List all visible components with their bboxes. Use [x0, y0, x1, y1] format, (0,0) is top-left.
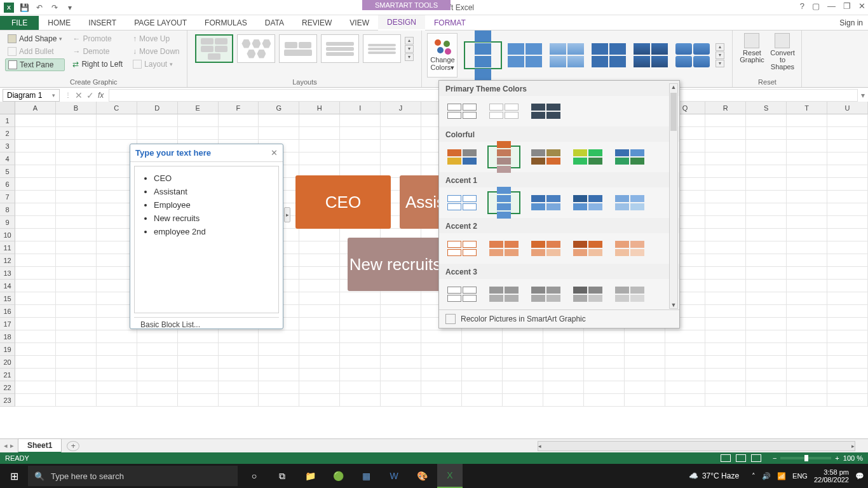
row-header-13[interactable]: 13	[0, 267, 15, 280]
text-pane-item-1[interactable]: Assistant	[154, 185, 271, 198]
row-header-21[interactable]: 21	[0, 369, 15, 381]
undo-icon[interactable]: ↶	[34, 3, 44, 13]
app-icon-1[interactable]: ▦	[353, 464, 379, 488]
select-all-corner[interactable]	[0, 102, 15, 114]
horizontal-scrollbar[interactable]: ◂▸	[538, 441, 855, 451]
tab-view[interactable]: VIEW	[341, 16, 378, 30]
move-down-button[interactable]: ↓Move Down	[130, 46, 182, 57]
weather-widget[interactable]: ☁️37°C Haze	[689, 471, 739, 480]
col-header-J[interactable]: J	[381, 102, 421, 114]
row-header-11[interactable]: 11	[0, 241, 15, 254]
col-header-D[interactable]: D	[137, 102, 178, 114]
row-header-15[interactable]: 15	[0, 292, 15, 305]
style-thumb-3[interactable]	[548, 41, 586, 69]
row-header-4[interactable]: 4	[0, 152, 15, 165]
cd-colorful-4[interactable]	[571, 146, 604, 168]
move-up-button[interactable]: ↑Move Up	[130, 33, 182, 44]
text-pane-button[interactable]: Text Pane	[5, 58, 65, 71]
ribbon-options-icon[interactable]: ▢	[812, 1, 820, 11]
cd-primary-2[interactable]	[487, 100, 520, 123]
reset-graphic-button[interactable]: Reset Graphic	[738, 33, 766, 71]
row-header-8[interactable]: 8	[0, 203, 15, 216]
promote-button[interactable]: ←Promote	[70, 33, 125, 44]
cd-accent2-3[interactable]	[529, 237, 562, 260]
add-bullet-button[interactable]: Add Bullet	[5, 46, 65, 57]
zoom-in-icon[interactable]: +	[835, 454, 839, 462]
row-header-19[interactable]: 19	[0, 343, 15, 356]
col-header-H[interactable]: H	[299, 102, 340, 114]
fx-icon[interactable]: fx	[98, 91, 104, 100]
sign-in-link[interactable]: Sign in	[839, 18, 863, 27]
cd-colorful-1[interactable]	[445, 146, 478, 168]
zoom-out-icon[interactable]: −	[773, 454, 776, 462]
wifi-icon[interactable]: 📶	[777, 472, 786, 480]
cancel-icon[interactable]: ✕	[75, 90, 83, 100]
style-thumb-2[interactable]	[506, 41, 544, 69]
sheet-nav[interactable]: ◂▸	[0, 442, 18, 450]
zoom-level[interactable]: 100 %	[843, 454, 863, 462]
formula-expand-icon[interactable]: ▾	[858, 91, 868, 100]
text-pane-item-0[interactable]: CEO	[154, 172, 271, 185]
row-header-9[interactable]: 9	[0, 216, 15, 229]
row-header-3[interactable]: 3	[0, 140, 15, 152]
tab-home[interactable]: HOME	[39, 16, 79, 30]
notifications-icon[interactable]: 💬	[855, 472, 864, 480]
tray-chevron-icon[interactable]: ˄	[752, 472, 756, 480]
tab-review[interactable]: REVIEW	[293, 16, 341, 30]
view-normal-icon[interactable]	[721, 454, 731, 462]
namebox-dropdown-icon[interactable]: ⋮	[65, 92, 71, 98]
row-header-6[interactable]: 6	[0, 178, 15, 191]
cd-accent2-5[interactable]	[613, 237, 646, 260]
change-colors-button[interactable]: Change Colors▾	[427, 33, 458, 78]
language-indicator[interactable]: ENG	[792, 472, 808, 480]
row-header-17[interactable]: 17	[0, 318, 15, 330]
add-shape-button[interactable]: Add Shape▾	[5, 33, 65, 44]
style-thumb-1[interactable]	[464, 41, 502, 69]
right-to-left-button[interactable]: ⇄Right to Left	[70, 58, 125, 70]
row-header-1[interactable]: 1	[0, 114, 15, 127]
cd-accent2-4[interactable]	[571, 237, 604, 260]
text-pane-item-4[interactable]: employee 2nd	[154, 225, 271, 238]
tab-formulas[interactable]: FORMULAS	[196, 16, 256, 30]
layouts-more[interactable]: ▴▾▾	[405, 37, 414, 61]
task-view-icon[interactable]: ⧉	[269, 464, 295, 488]
name-box[interactable]: Diagram 1▾	[3, 89, 60, 102]
file-explorer-icon[interactable]: 📁	[297, 464, 323, 488]
cd-primary-1[interactable]	[445, 100, 478, 123]
qat-customize-icon[interactable]: ▾	[65, 3, 75, 13]
layout-thumb-4[interactable]	[321, 34, 359, 63]
cd-accent3-2[interactable]	[487, 283, 520, 306]
text-pane-close-icon[interactable]: ✕	[271, 148, 278, 158]
clock[interactable]: 3:58 pm 22/08/2022	[814, 468, 849, 484]
view-pagelayout-icon[interactable]	[736, 454, 746, 462]
paint-icon[interactable]: 🎨	[409, 464, 435, 488]
col-header-I[interactable]: I	[340, 102, 381, 114]
cd-accent2-1[interactable]	[445, 237, 478, 260]
row-header-18[interactable]: 18	[0, 330, 15, 343]
excel-taskbar-icon[interactable]: X	[437, 464, 463, 488]
word-icon[interactable]: W	[381, 464, 407, 488]
col-header-C[interactable]: C	[97, 102, 137, 114]
col-header-R[interactable]: R	[705, 102, 746, 114]
style-thumb-4[interactable]	[590, 41, 628, 69]
col-header-A[interactable]: A	[15, 102, 56, 114]
tab-file[interactable]: FILE	[0, 16, 39, 30]
cd-accent2-2[interactable]	[487, 237, 520, 260]
text-pane-item-3[interactable]: New recruits	[154, 212, 271, 225]
col-header-S[interactable]: S	[746, 102, 787, 114]
cd-accent1-4[interactable]	[571, 191, 604, 214]
row-header-7[interactable]: 7	[0, 191, 15, 203]
cd-accent1-5[interactable]	[613, 191, 646, 214]
cd-accent3-5[interactable]	[613, 283, 646, 306]
chrome-icon[interactable]: 🟢	[325, 464, 351, 488]
cd-colorful-5[interactable]	[613, 146, 646, 168]
start-button[interactable]: ⊞	[0, 464, 28, 488]
row-header-23[interactable]: 23	[0, 394, 15, 407]
cd-accent3-1[interactable]	[445, 283, 478, 306]
cd-primary-3[interactable]	[529, 100, 562, 123]
redo-icon[interactable]: ↷	[50, 3, 60, 13]
zoom-slider[interactable]	[780, 457, 831, 459]
smartart-block-new-recruits[interactable]: New recruits	[348, 238, 443, 291]
add-sheet-button[interactable]: +	[67, 441, 79, 451]
convert-to-shapes-button[interactable]: Convert to Shapes	[768, 33, 796, 71]
